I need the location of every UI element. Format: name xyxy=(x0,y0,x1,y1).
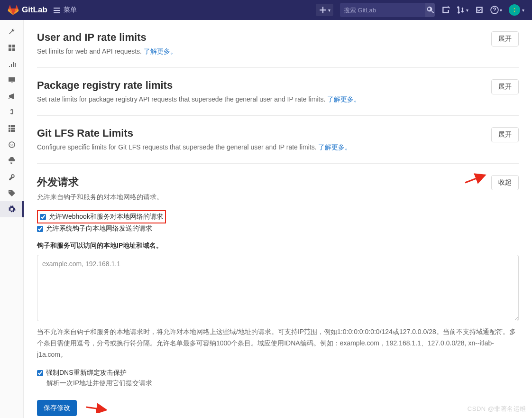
monitor-icon xyxy=(8,76,16,84)
gitlab-logo[interactable]: GitLab xyxy=(8,4,47,16)
expand-button-user-ip[interactable]: 展开 xyxy=(491,31,519,46)
hint-dns-rebinding: 解析一次IP地址并使用它们提交请求 xyxy=(46,379,519,388)
section-title-user-ip: User and IP rate limits xyxy=(37,31,177,44)
help-icon xyxy=(490,6,499,14)
sidebar-item-dashboard[interactable] xyxy=(0,40,24,56)
plus-icon xyxy=(319,6,327,14)
hook-icon xyxy=(8,109,16,116)
highlight-box: 允许Webhook和服务对本地网络的请求 xyxy=(37,210,166,223)
search-box[interactable] xyxy=(340,3,435,17)
hamburger-icon xyxy=(53,6,61,14)
merge-requests-icon xyxy=(457,6,465,14)
hint-allowlist: 当不允许来自钩子和服务的本地请求时，将允许对本地网络上这些域/地址的请求。可支持… xyxy=(37,326,519,360)
chevron-down-icon: ▾ xyxy=(328,8,330,13)
sidebar-item-deploy-keys[interactable] xyxy=(0,169,24,185)
sidebar-item-kubernetes[interactable] xyxy=(0,153,24,169)
checkbox-allow-webhook[interactable] xyxy=(40,214,46,220)
chevron-down-icon: ▾ xyxy=(500,8,502,13)
issues-icon[interactable] xyxy=(441,6,450,14)
sidebar-item-messages[interactable] xyxy=(0,88,24,104)
section-desc-gitlfs: Configure specific limits for Git LFS re… xyxy=(37,143,351,152)
svg-point-2 xyxy=(9,142,15,148)
menu-label: 菜单 xyxy=(64,6,77,14)
chevron-down-icon: ▾ xyxy=(466,8,468,13)
sidebar-item-labels[interactable] xyxy=(0,185,24,201)
checkbox-label-dns-rebinding: 强制DNS重新绑定攻击保护 xyxy=(46,369,127,377)
annotation-arrow-save xyxy=(83,403,107,413)
checkbox-allow-system-hooks[interactable] xyxy=(37,226,43,232)
brand-name: GitLab xyxy=(22,5,47,15)
checkbox-label-webhook: 允许Webhook和服务对本地网络的请求 xyxy=(49,213,163,221)
search-input[interactable] xyxy=(344,7,423,14)
section-title-outbound: 外发请求 xyxy=(37,175,163,189)
expand-button-package[interactable]: 展开 xyxy=(491,79,519,94)
label-icon xyxy=(8,189,16,197)
save-button[interactable]: 保存修改 xyxy=(37,400,77,416)
field-label-allowlist: 钩子和服务可以访问的本地IP地址和域名。 xyxy=(37,242,519,250)
search-button[interactable] xyxy=(425,3,435,17)
section-desc-user-ip: Set limits for web and API requests. 了解更… xyxy=(37,47,177,56)
gitlab-icon xyxy=(8,4,19,16)
learn-more-link[interactable]: 了解更多。 xyxy=(144,47,177,55)
search-icon xyxy=(426,6,434,14)
wrench-icon xyxy=(8,28,16,36)
gear-icon xyxy=(8,205,16,213)
sidebar-item-abuse[interactable] xyxy=(0,137,24,153)
chart-icon xyxy=(8,60,16,68)
section-desc-outbound: 允许来自钩子和服务的对本地网络的请求。 xyxy=(37,193,163,202)
avatar-icon xyxy=(511,7,518,13)
merge-requests-dropdown[interactable]: ▾ xyxy=(457,6,468,14)
section-desc-package: Set rate limits for package registry API… xyxy=(37,95,360,104)
svg-point-4 xyxy=(12,144,13,145)
sidebar-item-monitor[interactable] xyxy=(0,72,24,88)
sidebar-item-analytics[interactable] xyxy=(0,56,24,72)
user-dropdown[interactable]: ▾ xyxy=(509,4,524,16)
svg-line-6 xyxy=(86,407,106,410)
collapse-button-outbound[interactable]: 收起 xyxy=(491,175,519,190)
menu-button[interactable]: 菜单 xyxy=(53,6,77,14)
face-icon xyxy=(8,141,16,149)
watermark: CSDN @非著名运维 xyxy=(468,405,526,413)
cloud-gear-icon xyxy=(8,157,16,165)
megaphone-icon xyxy=(8,93,16,100)
section-title-gitlfs: Git LFS Rate Limits xyxy=(37,127,351,139)
chevron-down-icon: ▾ xyxy=(522,8,524,13)
checkbox-dns-rebinding[interactable] xyxy=(37,370,43,376)
sidebar-item-settings[interactable] xyxy=(0,201,24,217)
sidebar-item-wrench[interactable] xyxy=(0,24,24,40)
help-dropdown[interactable]: ▾ xyxy=(490,6,502,14)
plus-dropdown[interactable]: ▾ xyxy=(316,4,333,16)
apps-icon xyxy=(8,125,16,132)
sidebar-item-hooks[interactable] xyxy=(0,104,24,121)
svg-point-3 xyxy=(10,144,11,145)
learn-more-link[interactable]: 了解更多。 xyxy=(318,143,351,151)
checkbox-label-system-hooks: 允许系统钩子向本地网络发送的请求 xyxy=(46,224,152,233)
section-title-package: Package registry rate limits xyxy=(37,79,360,92)
todo-icon[interactable] xyxy=(475,6,484,14)
key-icon xyxy=(8,173,16,181)
expand-button-gitlfs[interactable]: 展开 xyxy=(491,127,519,142)
sidebar-item-applications[interactable] xyxy=(0,121,24,137)
svg-point-1 xyxy=(511,7,518,13)
textarea-allowlist[interactable] xyxy=(37,255,519,321)
dashboard-icon xyxy=(8,44,16,52)
learn-more-link[interactable]: 了解更多。 xyxy=(327,95,360,103)
avatar xyxy=(509,4,520,16)
